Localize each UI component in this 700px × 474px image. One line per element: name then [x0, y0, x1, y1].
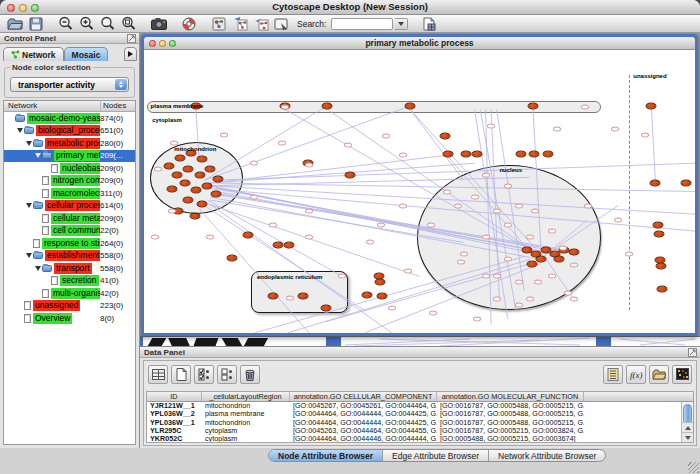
table-row[interactable]: YJR121W__1mitochondrion[GO:0045267, GO:0… [147, 402, 693, 410]
network-node[interactable] [542, 151, 553, 158]
network-node[interactable] [526, 297, 534, 302]
annotation-icon[interactable] [272, 16, 291, 32]
tree-row[interactable]: mosaic-demo-yeast874(0) [4, 112, 135, 125]
network-node[interactable] [528, 103, 539, 110]
search-options-icon[interactable] [395, 18, 408, 30]
help-icon[interactable] [179, 16, 198, 32]
network-canvas[interactable]: plasma membrane cytoplasm mitochondrion … [144, 50, 695, 333]
network-node[interactable] [487, 124, 495, 129]
network-node[interactable] [564, 291, 572, 296]
window-titlebar[interactable]: Cytoscape Desktop (New Session) [0, 0, 700, 15]
hide-selected-icon[interactable] [230, 16, 249, 32]
network-node[interactable] [250, 195, 258, 200]
column-header[interactable] [584, 392, 693, 401]
network-node[interactable] [206, 234, 214, 239]
network-node[interactable] [305, 162, 313, 167]
expand-arrow-icon[interactable] [34, 153, 42, 158]
network-node[interactable] [172, 171, 183, 178]
network-node[interactable] [439, 133, 450, 140]
network-window-titlebar[interactable]: primary metabolic process [144, 37, 695, 50]
network-node[interactable] [680, 180, 691, 187]
network-node[interactable] [183, 196, 194, 203]
column-header[interactable]: annotation.GO CELLULAR_COMPONENT [290, 392, 437, 401]
network-node[interactable] [227, 255, 238, 262]
network-node[interactable] [531, 209, 539, 214]
network-node[interactable] [366, 240, 374, 245]
tree-row[interactable]: cell communicat22(0) [4, 225, 135, 238]
network-node[interactable] [515, 280, 523, 285]
table-row[interactable]: YKR052Ccytoplasm[GO:0044464, GO:0044446,… [147, 435, 693, 443]
table-row[interactable]: YPL036W__1mitochondrion[GO:0044464, GO:0… [147, 419, 693, 427]
network-node[interactable] [205, 165, 216, 172]
network-node[interactable] [570, 263, 578, 268]
zoom-window-button[interactable] [31, 4, 39, 12]
zoom-window-button[interactable] [169, 40, 176, 47]
import-attributes-icon[interactable] [419, 16, 438, 32]
matrix-icon[interactable] [672, 365, 692, 384]
tab-edge-attribute-browser[interactable]: Edge Attribute Browser [383, 450, 489, 461]
network-node[interactable] [553, 127, 561, 132]
table-mode-icon[interactable] [148, 365, 168, 384]
zoom-fit-icon[interactable] [119, 16, 138, 32]
network-node[interactable] [375, 279, 386, 286]
network-node[interactable] [504, 183, 512, 188]
snapshot-icon[interactable] [149, 16, 168, 32]
formula-icon[interactable]: f(x) [626, 365, 646, 384]
tree-row[interactable]: unassigned223(0) [4, 300, 135, 313]
network-node[interactable] [611, 127, 619, 132]
tree-row[interactable]: multi-organism pro42(0) [4, 287, 135, 300]
zoom-selected-icon[interactable] [98, 16, 117, 32]
network-node[interactable] [656, 286, 667, 293]
network-node[interactable] [454, 203, 462, 208]
network-node[interactable] [154, 166, 162, 171]
tree-row[interactable]: biological_process651(0) [4, 125, 135, 138]
tree-row[interactable]: nitrogen compo209(0) [4, 175, 135, 188]
expand-arrow-icon[interactable] [34, 266, 42, 271]
network-node[interactable] [273, 241, 284, 248]
network-node[interactable] [174, 154, 185, 161]
network-node[interactable] [504, 257, 512, 262]
column-header[interactable]: _cellularLayoutRegion [202, 392, 290, 401]
network-node[interactable] [457, 260, 465, 265]
network-node[interactable] [286, 295, 294, 300]
expand-arrow-icon[interactable] [25, 203, 33, 208]
network-node[interactable] [399, 152, 407, 157]
table-row[interactable]: YLR295Ccytoplasm[GO:0045263, GO:0044464,… [147, 427, 693, 435]
network-node[interactable] [338, 274, 346, 279]
network-node[interactable] [344, 142, 352, 147]
network-node[interactable] [210, 191, 221, 198]
delete-attribute-icon[interactable] [240, 365, 260, 384]
vizmapper-icon[interactable] [209, 16, 228, 32]
network-node[interactable] [196, 155, 207, 162]
network-node[interactable] [377, 223, 385, 228]
network-node[interactable] [653, 230, 664, 237]
column-header[interactable]: ID [147, 392, 202, 401]
network-node[interactable] [442, 151, 453, 158]
network-node[interactable] [548, 229, 556, 234]
network-node[interactable] [553, 256, 564, 263]
import-attributes-icon[interactable] [649, 365, 669, 384]
tab-scroll-right-icon[interactable] [124, 47, 137, 61]
tree-row[interactable]: Overview8(0) [4, 312, 135, 325]
network-node[interactable] [472, 151, 483, 158]
network-node[interactable] [493, 297, 501, 302]
zoom-out-icon[interactable] [56, 16, 75, 32]
tree-row[interactable]: response to stimulu264(0) [4, 237, 135, 250]
minimize-button[interactable] [159, 40, 166, 47]
network-node[interactable] [281, 104, 289, 109]
tab-node-attribute-browser[interactable]: Node Attribute Browser [269, 450, 383, 461]
resize-grip[interactable] [688, 462, 699, 473]
network-node[interactable] [559, 246, 567, 251]
network-node[interactable] [461, 151, 472, 158]
tab-network[interactable]: Network [3, 47, 64, 61]
network-node[interactable] [614, 217, 622, 222]
table-row[interactable]: YPL036W__2plasma membrane[GO:0044464, GO… [147, 410, 693, 418]
tree-row[interactable]: primary metabo209(... [4, 150, 135, 163]
tree-row[interactable]: secretion41(0) [4, 275, 135, 288]
network-node[interactable] [652, 221, 663, 228]
tree-row[interactable]: cellular metabo209(0) [4, 212, 135, 225]
network-node[interactable] [570, 297, 578, 302]
show-all-icon[interactable] [251, 16, 270, 32]
network-node[interactable] [493, 209, 501, 214]
network-node[interactable] [404, 268, 412, 273]
